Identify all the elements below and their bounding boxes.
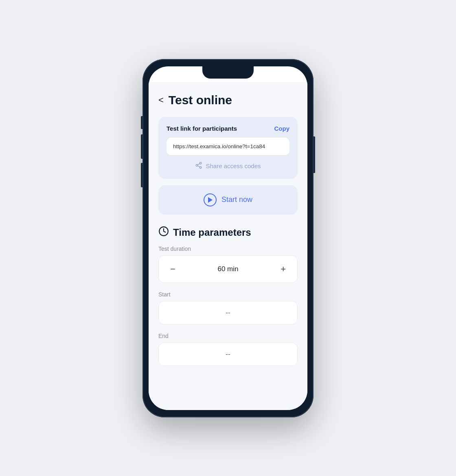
volume-up-button [141, 134, 142, 159]
end-value: -- [226, 350, 230, 358]
screen-content: < Test online Test link for participants… [149, 82, 307, 410]
svg-line-3 [198, 166, 200, 167]
phone-frame: < Test online Test link for participants… [142, 59, 314, 417]
time-section-header: Time parameters [158, 226, 298, 239]
time-section-title: Time parameters [173, 227, 251, 238]
volume-down-button [141, 163, 142, 187]
link-card-header: Test link for participants Copy [167, 125, 289, 132]
start-field[interactable]: -- [158, 301, 298, 325]
duration-stepper: − 60 min + [158, 255, 298, 283]
start-label: Start [158, 291, 298, 298]
duration-increment-button[interactable]: + [277, 263, 289, 275]
start-now-button[interactable]: Start now [158, 185, 298, 215]
start-value: -- [226, 309, 230, 316]
phone-screen: < Test online Test link for participants… [149, 66, 307, 410]
notch [202, 66, 254, 79]
share-codes-label: Share access codes [206, 162, 261, 169]
share-codes-button[interactable]: Share access codes [167, 162, 289, 171]
play-icon [204, 193, 217, 206]
mute-button [141, 116, 142, 129]
start-now-label: Start now [221, 195, 252, 204]
page-header: < Test online [158, 90, 298, 107]
end-field[interactable]: -- [158, 342, 298, 366]
back-button[interactable]: < [158, 96, 164, 105]
svg-line-4 [198, 163, 200, 165]
page-title: Test online [169, 93, 232, 107]
duration-value: 60 min [217, 265, 238, 273]
end-label: End [158, 333, 298, 339]
share-icon [195, 162, 202, 171]
power-button [314, 136, 315, 173]
duration-decrement-button[interactable]: − [167, 263, 179, 275]
link-card: Test link for participants Copy [158, 117, 298, 179]
duration-label: Test duration [158, 246, 298, 252]
link-input[interactable] [167, 138, 289, 155]
copy-button[interactable]: Copy [274, 125, 290, 132]
link-card-title: Test link for participants [167, 125, 237, 132]
clock-icon [158, 226, 169, 239]
